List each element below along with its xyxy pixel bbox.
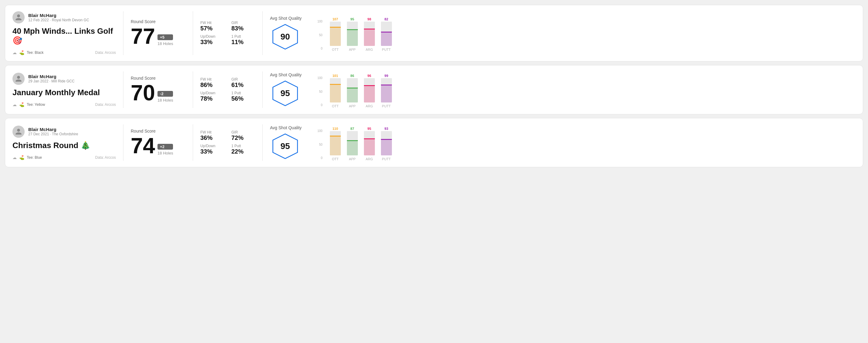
divider-2 bbox=[193, 71, 193, 108]
user-row: Blair McHarg12 Feb 2022 · Royal North De… bbox=[12, 11, 116, 23]
left-section: Blair McHarg27 Dec 2021 · The Oxfordshir… bbox=[12, 126, 116, 160]
score-badge-group: -218 Holes bbox=[157, 91, 173, 102]
bar-wrapper-app bbox=[347, 78, 358, 102]
stat-updown: Up/Down 33% bbox=[200, 34, 224, 45]
user-info: Blair McHarg29 Jan 2022 · Mill Ride GCC bbox=[28, 74, 74, 83]
bar-line-app bbox=[347, 29, 358, 30]
bar-value-putt: 99 bbox=[384, 74, 388, 77]
stat-value-gir: 61% bbox=[231, 82, 255, 89]
bar-label-app: APP bbox=[349, 104, 356, 108]
bar-fill-app bbox=[347, 30, 358, 46]
bar-wrapper-arg bbox=[364, 78, 375, 102]
stats-section: FW Hit 86% GIR 61% Up/Down 78% 1 Putt 56… bbox=[200, 77, 255, 102]
chart-section: 100 50 0 110OTT87APP95ARG93PUTT bbox=[313, 124, 856, 161]
round-card-3[interactable]: Blair McHarg27 Dec 2021 · The Oxfordshir… bbox=[5, 118, 863, 167]
y-label-50: 50 bbox=[317, 90, 322, 93]
score-holes: 18 Holes bbox=[157, 41, 173, 46]
score-main: 70-218 Holes bbox=[131, 82, 185, 104]
y-axis: 100 50 0 bbox=[317, 76, 322, 107]
user-date: 29 Jan 2022 · Mill Ride GCC bbox=[28, 79, 74, 83]
stat-oneputt: 1 Putt 22% bbox=[231, 144, 255, 155]
tee-info: ☁ ⛳ Tee: Black bbox=[12, 50, 43, 55]
stat-fw-hit: FW Hit 36% bbox=[200, 130, 224, 142]
y-label-0: 0 bbox=[317, 103, 322, 107]
stat-value-updown: 78% bbox=[200, 95, 224, 102]
stats-section: FW Hit 36% GIR 72% Up/Down 33% 1 Putt 22… bbox=[200, 130, 255, 155]
stat-value-fw-hit: 36% bbox=[200, 134, 224, 142]
hexagon-container: 95 bbox=[270, 80, 300, 107]
stats-grid: FW Hit 36% GIR 72% Up/Down 33% 1 Putt 22… bbox=[200, 130, 255, 155]
score-section: Round Score77+518 Holes bbox=[131, 19, 185, 47]
bar-value-ott: 110 bbox=[333, 127, 338, 130]
score-main: 74+218 Holes bbox=[131, 135, 185, 157]
bag-icon: ⛳ bbox=[19, 50, 24, 55]
y-label-100: 100 bbox=[317, 20, 322, 23]
stat-label-updown: Up/Down bbox=[200, 34, 224, 39]
stat-updown: Up/Down 33% bbox=[200, 144, 224, 155]
stat-label-fw-hit: FW Hit bbox=[200, 130, 224, 134]
stat-oneputt: 1 Putt 11% bbox=[231, 34, 255, 45]
quality-section: Avg Shot Quality 95 bbox=[270, 72, 313, 107]
score-main: 77+518 Holes bbox=[131, 25, 185, 47]
bar-wrapper-arg bbox=[364, 131, 375, 155]
weather-icon: ☁ bbox=[12, 50, 17, 55]
bar-fill-arg bbox=[364, 86, 375, 102]
divider-3 bbox=[262, 124, 263, 161]
avatar bbox=[12, 73, 25, 85]
score-badge-group: +518 Holes bbox=[157, 34, 173, 46]
y-label-50: 50 bbox=[317, 33, 322, 37]
bar-label-putt: PUTT bbox=[382, 48, 391, 52]
bar-wrapper-arg bbox=[364, 22, 375, 46]
divider-3 bbox=[262, 11, 263, 55]
divider-3 bbox=[262, 71, 263, 108]
bottom-row: ☁ ⛳ Tee: Black Data: Arccos bbox=[12, 50, 116, 55]
bar-wrapper-ott bbox=[330, 131, 341, 155]
stat-label-fw-hit: FW Hit bbox=[200, 77, 224, 82]
stat-value-oneputt: 22% bbox=[231, 148, 255, 155]
stat-label-gir: GIR bbox=[231, 130, 255, 134]
score-label: Round Score bbox=[131, 76, 185, 81]
tee-label: Tee: Blue bbox=[27, 155, 42, 160]
bar-line-putt bbox=[381, 85, 392, 86]
bar-label-app: APP bbox=[349, 157, 356, 161]
score-badge: +2 bbox=[157, 144, 173, 150]
bar-group-app: 95APP bbox=[347, 17, 358, 52]
bar-value-ott: 101 bbox=[333, 74, 338, 77]
y-label-50: 50 bbox=[317, 143, 322, 146]
bar-fill-app bbox=[347, 89, 358, 102]
quality-section: Avg Shot Quality 90 bbox=[270, 16, 313, 51]
bar-line-putt bbox=[381, 32, 392, 33]
left-section: Blair McHarg29 Jan 2022 · Mill Ride GCCJ… bbox=[12, 73, 116, 107]
bar-fill-ott bbox=[330, 85, 341, 102]
bar-value-putt: 93 bbox=[384, 127, 388, 130]
tee-label: Tee: Black bbox=[27, 51, 43, 55]
divider-1 bbox=[123, 11, 123, 55]
stat-label-oneputt: 1 Putt bbox=[231, 144, 255, 148]
stat-updown: Up/Down 78% bbox=[200, 91, 224, 102]
stat-value-oneputt: 56% bbox=[231, 95, 255, 102]
bar-line-arg bbox=[364, 29, 375, 30]
round-card-1[interactable]: Blair McHarg12 Feb 2022 · Royal North De… bbox=[5, 5, 863, 61]
bar-wrapper-ott bbox=[330, 78, 341, 102]
stat-value-fw-hit: 57% bbox=[200, 25, 224, 32]
bar-label-arg: ARG bbox=[366, 48, 373, 52]
bar-label-putt: PUTT bbox=[382, 104, 391, 108]
round-card-2[interactable]: Blair McHarg29 Jan 2022 · Mill Ride GCCJ… bbox=[5, 65, 863, 114]
stats-grid: FW Hit 86% GIR 61% Up/Down 78% 1 Putt 56… bbox=[200, 77, 255, 102]
avatar bbox=[12, 11, 25, 23]
hexagon-score: 95 bbox=[280, 142, 290, 151]
bar-group-arg: 98ARG bbox=[364, 17, 375, 52]
bar-line-ott bbox=[330, 84, 341, 85]
bar-wrapper-ott bbox=[330, 22, 341, 46]
bar-value-app: 95 bbox=[350, 17, 354, 21]
bar-group-app: 86APP bbox=[347, 74, 358, 108]
stat-label-fw-hit: FW Hit bbox=[200, 21, 224, 25]
stat-value-updown: 33% bbox=[200, 39, 224, 45]
stat-fw-hit: FW Hit 86% bbox=[200, 77, 224, 89]
chart-section: 100 50 0 101OTT86APP96ARG99PUTT bbox=[313, 71, 856, 108]
bar-line-ott bbox=[330, 136, 341, 136]
tee-info: ☁ ⛳ Tee: Yellow bbox=[12, 102, 45, 107]
stat-label-updown: Up/Down bbox=[200, 144, 224, 148]
hexagon-score: 95 bbox=[280, 89, 290, 98]
bag-icon: ⛳ bbox=[19, 155, 24, 160]
